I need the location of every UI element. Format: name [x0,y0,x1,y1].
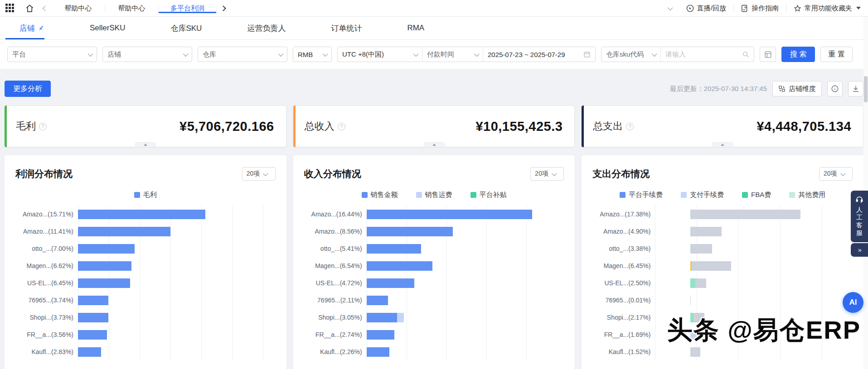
scrollbar-thumb[interactable] [864,76,868,102]
legend-item[interactable]: 平台补贴 [470,191,507,199]
legend-item[interactable]: 毛利 [134,191,157,199]
item-count-select[interactable]: 20项 [819,167,853,181]
item-count-select[interactable]: 20项 [530,167,564,181]
bar-segment[interactable] [695,278,706,288]
toolbar-right: 最后更新：2025-07-30 14:37:45 店铺维度 [670,81,863,96]
legend-item[interactable]: 其他费用 [789,191,825,199]
page-tab-help-center-1[interactable]: 帮助中心 [52,4,105,13]
sku-input[interactable]: 请输入 [660,47,754,62]
bar-segment[interactable] [367,227,453,236]
legend-item[interactable]: 销售运费 [416,191,452,199]
tab-warehouse-sku[interactable]: 仓库SKU [170,23,202,34]
chart-title: 收入分布情况 [304,168,361,180]
bar-segment[interactable] [367,261,432,271]
bar-segment[interactable] [367,210,532,219]
bar-segment[interactable] [690,244,712,254]
item-count-select[interactable]: 20项 [242,167,276,181]
currency-select[interactable]: RMB [293,47,332,62]
operation-guide-button[interactable]: 操作指南 [733,4,786,13]
bar-segment[interactable] [78,313,108,322]
bar-segment[interactable] [367,330,394,340]
date-range-picker[interactable]: 2025-07-23 ~ 2025-07-29 [483,47,595,62]
tab-order-stats[interactable]: 订单统计 [331,23,362,34]
timezone-select[interactable]: UTC +8(中国) [338,47,422,62]
legend-swatch [620,192,626,198]
warehouse-select[interactable]: 仓库 [198,47,287,62]
favorites-menu-button[interactable]: 常用功能收藏夹 [786,4,868,13]
ai-assistant-button[interactable]: AI [843,292,863,313]
bar-segment[interactable] [397,313,403,322]
chart-title: 利润分布情况 [15,168,73,180]
time-type-select[interactable]: 付款时间 [422,47,483,62]
card-value: ¥10,155,425.3 [475,119,563,134]
legend-item[interactable]: 平台手续费 [620,191,663,199]
bar-segment[interactable] [690,278,695,288]
legend-swatch [362,192,368,198]
bar-segment[interactable] [690,347,700,357]
dimension-switch-icon [778,85,786,92]
bar-segment[interactable] [367,347,389,357]
bar-segment[interactable] [78,347,101,357]
item-count-value: 20项 [535,170,548,178]
bar-segment[interactable] [367,296,388,305]
bar-segment[interactable] [78,244,135,254]
bar-segment[interactable] [367,313,398,322]
help-icon[interactable]: ? [626,123,634,130]
bar-segment[interactable] [690,210,800,219]
bar-segment[interactable] [78,210,205,219]
chart-panel: 收入分布情况20项销售金额销售运费平台补贴Amazo...(16.44%)Ama… [293,155,575,369]
sku-type-select[interactable]: 仓库sku代码 [601,47,660,62]
page-tab-multi-platform-profit[interactable]: 多平台利润 [159,4,217,13]
bar-segment[interactable] [78,227,170,236]
reset-button[interactable]: 重 置 [820,47,852,62]
download-button[interactable] [848,81,863,96]
legend-item[interactable]: FBA费 [742,191,771,199]
platform-select[interactable]: 平台 [7,47,97,62]
tab-operator[interactable]: 运营负责人 [247,23,286,34]
tabs-dropdown-icon[interactable] [661,4,679,13]
time-filter-group: UTC +8(中国) 付款时间 2025-07-23 ~ 2025-07-29 [337,47,596,62]
help-icon[interactable]: ? [39,123,47,130]
live-replay-button[interactable]: 直播/回放 [679,4,733,13]
tab-seller-sku[interactable]: SellerSKU [90,24,125,33]
bar-segment[interactable] [690,313,693,322]
batch-input-button[interactable] [760,47,776,62]
info-button[interactable] [827,81,843,96]
card-collapse-handle[interactable] [135,142,156,147]
support-label: 人工客服 [856,206,863,237]
more-analysis-button[interactable]: 更多分析 [5,81,51,97]
bar-segment[interactable] [78,296,108,305]
legend-item[interactable]: 销售金额 [362,191,398,199]
home-icon[interactable] [21,0,39,16]
bar-segment[interactable] [693,313,704,322]
help-icon[interactable]: ? [338,123,345,130]
tab-store[interactable]: 店铺 [19,23,44,34]
bar-segment[interactable] [78,330,107,340]
tab-rma[interactable]: RMA [407,24,424,33]
download-icon [852,85,860,93]
card-collapse-handle[interactable] [424,142,445,147]
app-launcher-icon[interactable] [5,4,15,13]
card-title: 毛利? [16,120,47,133]
search-button[interactable]: 搜 索 [781,47,815,62]
bar-segment[interactable] [367,278,414,288]
bar-segment[interactable] [367,244,421,254]
store-dimension-button[interactable]: 店铺维度 [772,81,822,96]
bar-segment[interactable] [690,227,721,236]
item-count-value: 20项 [247,170,260,178]
bar-segment[interactable] [692,261,732,271]
page-tab-help-center-2[interactable]: 帮助中心 [105,4,159,13]
legend-item[interactable]: 支付手续费 [681,191,724,199]
bar-segment[interactable] [78,261,131,271]
human-support-widget[interactable]: 人工客服 [851,191,868,242]
tab-scroll-right-icon[interactable] [217,0,230,16]
store-select[interactable]: 店铺 [102,47,192,62]
card-collapse-handle[interactable] [712,142,733,147]
bar-segment[interactable] [693,330,701,340]
chart-legend: 销售金额销售运费平台补贴 [304,191,564,199]
bar-segment[interactable] [78,278,130,288]
tab-scroll-left-icon[interactable] [39,0,52,16]
analysis-toolbar: 更多分析 最后更新：2025-07-30 14:37:45 店铺维度 [5,81,863,97]
metric-cards: 毛利? ¥5,706,720.166 总收入? ¥10,155,425.3 总支… [5,105,863,147]
support-collapse-button[interactable]: » [851,243,868,257]
